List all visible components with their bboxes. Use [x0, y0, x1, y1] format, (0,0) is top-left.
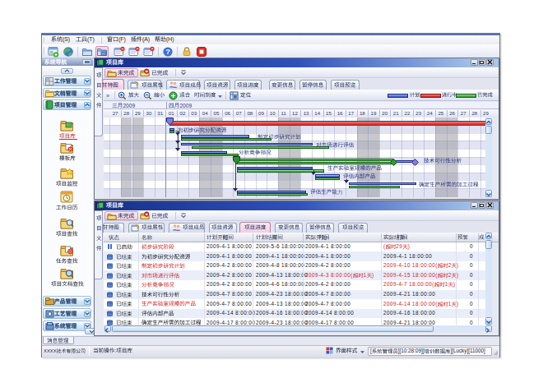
svg-text:): ): [457, 263, 459, 270]
svg-text:结束: 结束: [121, 301, 132, 307]
svg-text:][10:28:09][: ][10:28:09][: [397, 348, 424, 354]
svg-text:XXXX: XXXX: [44, 348, 57, 353]
svg-text:结束: 结束: [121, 310, 132, 316]
svg-text:2009-4-1 8:00:00: 2009-4-1 8:00:00: [305, 244, 350, 250]
svg-text:2009-4-1 8:00:00: 2009-4-1 8:00:00: [207, 244, 252, 250]
svg-text:结束: 结束: [267, 234, 278, 241]
svg-text:?: ?: [165, 48, 170, 56]
svg-text:): ): [457, 272, 459, 279]
svg-text:结束: 结束: [121, 253, 132, 260]
svg-text:1: 1: [444, 282, 448, 288]
svg-text:2009-4-1 8:00:00: 2009-4-1 8:00:00: [207, 253, 252, 259]
svg-text:2009-4-6 18:00:00: 2009-4-6 18:00:00: [256, 282, 304, 288]
svg-text:2009-4-7 8:00:00: 2009-4-7 8:00:00: [207, 291, 252, 297]
svg-text:2009-4-2 8:00:00: 2009-4-2 8:00:00: [207, 263, 252, 269]
svg-text:0: 0: [470, 301, 473, 307]
svg-text:1: 1: [448, 301, 451, 307]
svg-text:2009-4-14 8:00:00: 2009-4-14 8:00:00: [207, 310, 255, 316]
svg-text:2009: 2009: [123, 102, 135, 108]
svg-text:2009-4-7 8:00:00: 2009-4-7 8:00:00: [305, 301, 350, 307]
svg-text:2: 2: [448, 272, 451, 278]
svg-text:2009-4-21 18:00:00: 2009-4-21 18:00:00: [383, 320, 435, 325]
svg-text:0: 0: [470, 263, 473, 269]
svg-text:开始: 开始: [217, 234, 229, 241]
svg-text:2009-4-2 8:00:00: 2009-4-2 8:00:00: [305, 263, 350, 269]
svg-text:2009-4-2 8:00:00: 2009-4-2 8:00:00: [207, 282, 252, 288]
svg-text:0: 0: [470, 310, 473, 316]
svg-text:(T): (T): [87, 36, 95, 43]
svg-text:1: 1: [364, 272, 367, 278]
svg-text:结束: 结束: [121, 291, 132, 297]
svg-text::: :: [114, 348, 116, 353]
svg-text:2009-4-13 18:00:00: 2009-4-13 18:00:00: [256, 272, 308, 278]
svg-text:[: [: [370, 348, 372, 354]
svg-text:2009-4-14 8:00:00: 2009-4-14 8:00:00: [305, 310, 354, 316]
svg-text:2009-4-10 18:00:00(: 2009-4-10 18:00:00(: [383, 263, 438, 270]
svg-text:结束: 结束: [121, 282, 132, 288]
svg-text:0: 0: [470, 272, 473, 278]
svg-text:2009: 2009: [179, 102, 192, 108]
svg-text:2009-4-15 18:00:00(: 2009-4-15 18:00:00(: [383, 272, 438, 279]
svg-text:2009-4-1 18:00:00: 2009-4-1 18:00:00: [256, 253, 304, 259]
svg-text:2009-4-23 18:00:00: 2009-4-23 18:00:00: [256, 291, 308, 297]
svg-text:2009-4-1 18:00:00: 2009-4-1 18:00:00: [383, 253, 432, 259]
svg-text:][Lucky][11000]: ][Lucky][11000]: [450, 348, 485, 354]
svg-text:2009-4-1 8:00:00: 2009-4-1 8:00:00: [305, 253, 350, 259]
svg-text:): ): [457, 301, 459, 307]
svg-text:0: 0: [470, 320, 473, 325]
svg-text:2009-4-7 8:00:00: 2009-4-7 8:00:00: [207, 301, 252, 307]
svg-text:力: 力: [337, 189, 343, 195]
svg-text:2009-4-2 8:00:00: 2009-4-2 8:00:00: [305, 282, 350, 288]
svg-text:2009-4-17 8:00:00: 2009-4-17 8:00:00: [305, 320, 354, 325]
svg-text:2009-5-6 18:00:00: 2009-5-6 18:00:00: [256, 244, 304, 250]
svg-text:2009-4-8 18:00:00: 2009-4-8 18:00:00: [256, 263, 304, 269]
svg-text:0: 0: [470, 253, 473, 259]
svg-text:): ): [372, 272, 374, 279]
svg-text:状态: 状态: [108, 234, 120, 240]
svg-text:2009-4-23 18:00:00: 2009-4-23 18:00:00: [256, 320, 308, 325]
svg-text:2009-4-7 8:00:00: 2009-4-7 8:00:00: [305, 291, 350, 297]
svg-text:(H): (H): [166, 36, 174, 43]
svg-text:(S): (S): [63, 36, 70, 43]
svg-text:2009-4-2 8:00:00: 2009-4-2 8:00:00: [207, 272, 252, 278]
svg-text:2009-4-14 18:00:00(: 2009-4-14 18:00:00(: [383, 301, 438, 307]
svg-text:警: 警: [463, 234, 469, 241]
svg-text:»: »: [106, 92, 109, 99]
svg-text:2: 2: [448, 263, 451, 269]
svg-text:结束: 结束: [121, 263, 132, 270]
svg-text:(F): (F): [118, 36, 126, 43]
svg-text:): ): [407, 244, 410, 251]
svg-text:(A): (A): [142, 36, 150, 43]
svg-text:2009-4-13 18:00:00: 2009-4-13 18:00:00: [256, 301, 308, 307]
svg-text:2009-4-16 18:00:00: 2009-4-16 18:00:00: [383, 310, 435, 316]
svg-text:(: (: [383, 244, 386, 251]
svg-text:结束: 结束: [121, 272, 132, 279]
svg-text:2009-4-3 8:00:00(: 2009-4-3 8:00:00(: [305, 272, 353, 279]
svg-text:2009-4-21 18:00:00: 2009-4-21 18:00:00: [383, 291, 435, 297]
svg-text:名称: 名称: [142, 234, 153, 241]
svg-text:29: 29: [396, 244, 402, 250]
svg-text:0: 0: [470, 291, 473, 297]
svg-text:2009-4-16 18:00:00: 2009-4-16 18:00:00: [256, 310, 308, 316]
svg-text:2009-4-7 18:00:00(: 2009-4-7 18:00:00(: [383, 282, 434, 288]
svg-text:2009-4-17 8:00:00: 2009-4-17 8:00:00: [207, 320, 255, 325]
svg-text:0: 0: [470, 282, 473, 288]
svg-text:0: 0: [470, 244, 473, 250]
